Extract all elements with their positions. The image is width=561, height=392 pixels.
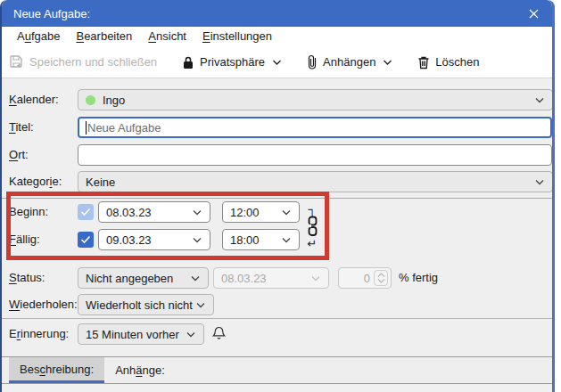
- start-time-value: 12:00: [230, 206, 281, 219]
- start-label: Beginn:: [9, 201, 48, 223]
- location-label: Ort:: [9, 144, 29, 166]
- spinner-arrows-icon: [374, 270, 388, 286]
- attach-button[interactable]: Anhängen: [307, 50, 392, 75]
- paperclip-icon: [307, 54, 318, 69]
- start-time-picker[interactable]: 12:00: [222, 201, 300, 223]
- menu-bearbeiten[interactable]: Bearbeiten: [68, 27, 140, 46]
- reminder-label: Erinnerung:: [9, 323, 69, 345]
- due-date-value: 09.03.23: [106, 233, 192, 247]
- due-date-picker[interactable]: 09.03.23: [98, 229, 210, 250]
- repeat-label: Wiederholen:: [9, 294, 78, 315]
- category-select[interactable]: Keine: [78, 171, 553, 192]
- return-arrow-glyph: ↵: [308, 238, 318, 249]
- description-area[interactable]: [2, 385, 552, 392]
- due-time-value: 18:00: [230, 233, 281, 247]
- menubar: Aufgabe Bearbeiten Ansicht Einstellungen: [2, 27, 552, 46]
- delete-label: Löschen: [435, 55, 479, 69]
- location-input[interactable]: [78, 144, 552, 166]
- delete-button[interactable]: Löschen: [417, 50, 479, 75]
- calendar-select[interactable]: Ingo: [78, 89, 553, 110]
- titlebar: Neue Aufgabe:: [2, 0, 552, 27]
- start-date-value: 08.03.23: [106, 206, 192, 219]
- due-checkbox[interactable]: [78, 232, 94, 248]
- repeat-select[interactable]: Wiederholt sich nicht: [78, 294, 214, 315]
- calendar-label: Kalender:: [9, 89, 59, 110]
- status-label: Status:: [9, 267, 45, 289]
- link-dates-icon: [308, 216, 318, 237]
- save-icon: [9, 54, 24, 69]
- save-close-button[interactable]: Speichern und schließen: [9, 50, 157, 75]
- toolbar: Speichern und schließen Privatsphäre Anh…: [2, 46, 552, 78]
- chevron-down-icon: [192, 236, 202, 244]
- privacy-label: Privatsphäre: [200, 55, 265, 69]
- close-icon: [528, 8, 540, 20]
- category-value: Keine: [86, 176, 534, 189]
- new-task-dialog: Neue Aufgabe: Aufgabe Bearbeiten Ansicht…: [0, 0, 555, 392]
- link-dates-control[interactable]: ┐ ↵: [303, 203, 321, 249]
- title-input[interactable]: Neue Aufgabe: [78, 117, 552, 138]
- corner-bracket-glyph: ┐: [308, 203, 316, 215]
- section-divider: [2, 198, 552, 199]
- bell-icon: [212, 326, 226, 340]
- chevron-down-icon: [281, 236, 292, 244]
- chevron-down-icon: [192, 208, 202, 216]
- window-title: Neue Aufgabe:: [2, 7, 90, 20]
- chevron-down-icon: [186, 331, 196, 339]
- bottom-tabbar: Beschreibung: Anhänge:: [2, 356, 552, 384]
- calendar-color-dot: [86, 95, 95, 105]
- section-divider: [2, 318, 552, 319]
- tab-anhaenge[interactable]: Anhänge:: [104, 357, 176, 383]
- chevron-down-icon: [383, 59, 392, 66]
- reminder-select[interactable]: 15 Minuten vorher: [78, 323, 204, 345]
- check-icon: [80, 208, 91, 216]
- tab-beschreibung[interactable]: Beschreibung:: [9, 357, 104, 383]
- attach-label: Anhängen: [323, 55, 375, 69]
- status-value: Nicht angegeben: [86, 272, 190, 285]
- chevron-down-icon: [534, 178, 545, 186]
- chevron-down-icon: [272, 59, 282, 66]
- calendar-value: Ingo: [103, 94, 534, 107]
- due-time-picker[interactable]: 18:00: [222, 229, 300, 250]
- percent-suffix-label: % fertig: [399, 267, 438, 289]
- check-icon: [80, 235, 91, 244]
- completed-date-picker: 08.03.23: [213, 267, 329, 289]
- lock-icon: [182, 55, 194, 69]
- chevron-down-icon: [534, 96, 545, 104]
- chevron-down-icon: [190, 274, 201, 282]
- chevron-down-icon: [195, 301, 206, 309]
- trash-icon: [417, 55, 430, 69]
- completed-date-value: 08.03.23: [221, 272, 310, 285]
- percent-value: 0: [364, 272, 370, 285]
- chevron-down-icon: [281, 208, 292, 216]
- title-value: Neue Aufgabe: [87, 121, 161, 135]
- chevron-down-icon: [310, 274, 321, 282]
- due-label: Fällig:: [9, 229, 40, 250]
- reminder-value: 15 Minuten vorher: [86, 328, 186, 341]
- start-checkbox[interactable]: [78, 204, 94, 220]
- start-date-picker[interactable]: 08.03.23: [98, 201, 210, 223]
- menu-ansicht[interactable]: Ansicht: [140, 27, 194, 46]
- close-button[interactable]: [524, 4, 543, 22]
- privacy-button[interactable]: Privatsphäre: [182, 50, 282, 75]
- percent-complete-spinner: 0: [338, 267, 392, 289]
- title-label: Titel:: [9, 117, 34, 138]
- text-caret: [86, 121, 87, 135]
- category-label: Kategorie:: [9, 171, 62, 192]
- menu-aufgabe[interactable]: Aufgabe: [9, 27, 68, 46]
- status-select[interactable]: Nicht angegeben: [78, 267, 209, 289]
- repeat-value: Wiederholt sich nicht: [86, 298, 195, 312]
- menu-einstellungen[interactable]: Einstellungen: [194, 27, 280, 46]
- save-close-label: Speichern und schließen: [29, 55, 157, 69]
